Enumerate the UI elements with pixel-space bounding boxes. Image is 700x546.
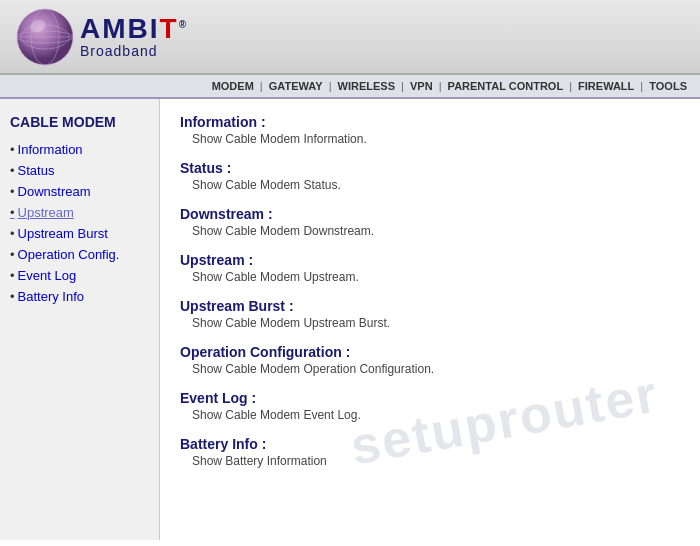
section-event-log: Event Log : Show Cable Modem Event Log. (180, 390, 680, 422)
logo-broadband: Broadband (80, 43, 158, 59)
section-upstream: Upstream : Show Cable Modem Upstream. (180, 252, 680, 284)
sidebar-item-upstream[interactable]: Upstream (10, 205, 149, 220)
section-operation-config-title: Operation Configuration : (180, 344, 680, 360)
section-operation-config: Operation Configuration : Show Cable Mod… (180, 344, 680, 376)
section-battery-info-desc: Show Battery Information (192, 454, 680, 468)
nav-modem[interactable]: MODEM (212, 80, 254, 92)
nav-parental[interactable]: PARENTAL CONTROL (448, 80, 564, 92)
section-operation-config-desc: Show Cable Modem Operation Configuration… (192, 362, 680, 376)
section-upstream-burst-title: Upstream Burst : (180, 298, 680, 314)
section-downstream-desc: Show Cable Modem Downstream. (192, 224, 680, 238)
nav-gateway[interactable]: GATEWAY (269, 80, 323, 92)
sidebar-item-status[interactable]: Status (10, 163, 149, 178)
section-upstream-desc: Show Cable Modem Upstream. (192, 270, 680, 284)
section-status-title: Status : (180, 160, 680, 176)
section-upstream-title: Upstream : (180, 252, 680, 268)
section-information-title: Information : (180, 114, 680, 130)
nav-firewall[interactable]: FIREWALL (578, 80, 634, 92)
sidebar-item-information[interactable]: Information (10, 142, 149, 157)
nav-tools[interactable]: TOOLS (649, 80, 687, 92)
section-status-desc: Show Cable Modem Status. (192, 178, 680, 192)
section-upstream-burst: Upstream Burst : Show Cable Modem Upstre… (180, 298, 680, 330)
nav-vpn[interactable]: VPN (410, 80, 433, 92)
sidebar-item-downstream[interactable]: Downstream (10, 184, 149, 199)
sidebar-item-operation-config[interactable]: Operation Config. (10, 247, 149, 262)
section-downstream-title: Downstream : (180, 206, 680, 222)
logo-globe (10, 4, 80, 69)
section-information-desc: Show Cable Modem Information. (192, 132, 680, 146)
main-layout: CABLE MODEM Information Status Downstrea… (0, 99, 700, 540)
header: AMBIT® Broadband (0, 0, 700, 75)
sidebar-item-upstream-burst[interactable]: Upstream Burst (10, 226, 149, 241)
section-status: Status : Show Cable Modem Status. (180, 160, 680, 192)
sidebar-item-battery-info[interactable]: Battery Info (10, 289, 149, 304)
logo-text: AMBIT® Broadband (80, 15, 188, 59)
section-information: Information : Show Cable Modem Informati… (180, 114, 680, 146)
logo-ambit: AMBIT® (80, 15, 188, 43)
content-area: setuprouter Information : Show Cable Mod… (160, 99, 700, 540)
sidebar-title: CABLE MODEM (10, 114, 149, 130)
sidebar: CABLE MODEM Information Status Downstrea… (0, 99, 160, 540)
section-downstream: Downstream : Show Cable Modem Downstream… (180, 206, 680, 238)
section-battery-info-title: Battery Info : (180, 436, 680, 452)
navbar: MODEM | GATEWAY | WIRELESS | VPN | PAREN… (0, 75, 700, 99)
nav-wireless[interactable]: WIRELESS (338, 80, 395, 92)
section-event-log-desc: Show Cable Modem Event Log. (192, 408, 680, 422)
sidebar-item-event-log[interactable]: Event Log (10, 268, 149, 283)
section-battery-info: Battery Info : Show Battery Information (180, 436, 680, 468)
section-upstream-burst-desc: Show Cable Modem Upstream Burst. (192, 316, 680, 330)
section-event-log-title: Event Log : (180, 390, 680, 406)
